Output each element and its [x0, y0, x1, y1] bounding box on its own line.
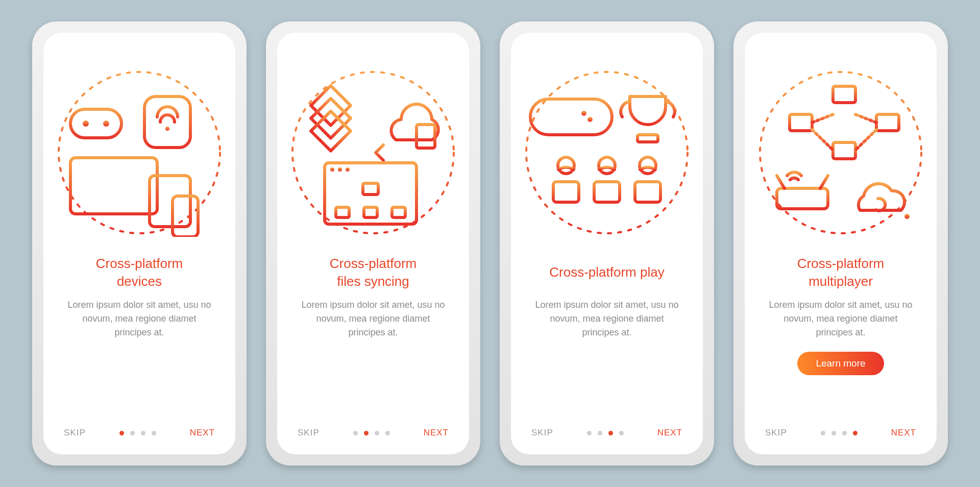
- dot: [831, 431, 836, 435]
- screen-title: Cross-platformfiles syncing: [330, 254, 416, 291]
- screen-title: Cross-platform play: [549, 254, 664, 291]
- phone-frame: Cross-platformdevices Lorem ipsum dolor …: [32, 21, 247, 466]
- svg-rect-46: [594, 182, 620, 202]
- svg-rect-60: [833, 142, 855, 159]
- phone-frame: Cross-platform play Lorem ipsum dolor si…: [500, 21, 714, 466]
- phone-row: Cross-platformdevices Lorem ipsum dolor …: [32, 21, 948, 466]
- svg-rect-50: [635, 182, 660, 202]
- svg-point-0: [59, 72, 220, 233]
- svg-rect-25: [363, 183, 378, 194]
- dot: [141, 431, 145, 435]
- screen-description: Lorem ipsum dolor sit amet, usu no novum…: [760, 298, 921, 339]
- svg-line-63: [812, 114, 833, 123]
- screen-footer: SKIP NEXT: [511, 428, 703, 438]
- svg-line-66: [855, 130, 876, 150]
- svg-rect-58: [876, 114, 899, 131]
- skip-button[interactable]: SKIP: [64, 428, 86, 438]
- dot: [375, 431, 379, 435]
- svg-line-69: [820, 176, 828, 188]
- skip-button[interactable]: SKIP: [298, 428, 320, 438]
- dot: [353, 431, 358, 435]
- next-button[interactable]: NEXT: [657, 428, 682, 438]
- svg-rect-33: [392, 207, 405, 217]
- svg-point-49: [640, 157, 656, 174]
- svg-rect-56: [790, 114, 812, 131]
- skip-button[interactable]: SKIP: [765, 428, 787, 438]
- dot: [587, 431, 592, 435]
- dot: [364, 431, 369, 435]
- page-indicator: [119, 431, 156, 435]
- screen-description: Lorem ipsum dolor sit amet, usu no novum…: [292, 298, 454, 339]
- screen-2: Cross-platformfiles syncing Lorem ipsum …: [277, 33, 469, 454]
- dot: [842, 431, 847, 435]
- dot: [385, 431, 390, 435]
- screen-1: Cross-platformdevices Lorem ipsum dolor …: [43, 33, 235, 454]
- svg-point-24: [346, 167, 350, 172]
- svg-rect-12: [311, 86, 351, 126]
- screen-footer: SKIP NEXT: [745, 428, 937, 438]
- page-indicator: [821, 431, 857, 435]
- dot: [152, 431, 156, 435]
- svg-line-64: [855, 114, 876, 123]
- next-button[interactable]: NEXT: [891, 428, 916, 438]
- svg-rect-67: [777, 188, 828, 209]
- svg-rect-1: [70, 109, 121, 138]
- files-sync-illustration-icon: [289, 68, 457, 237]
- dot: [130, 431, 135, 435]
- svg-point-37: [581, 111, 586, 116]
- next-button[interactable]: NEXT: [424, 428, 449, 438]
- dot: [608, 431, 613, 435]
- screen-title: Cross-platformdevices: [96, 254, 183, 291]
- svg-rect-6: [70, 158, 157, 214]
- screen-4: Cross-platformmultiplayer Lorem ipsum do…: [745, 33, 937, 454]
- screen-description: Lorem ipsum dolor sit amet, usu no novum…: [526, 298, 688, 339]
- svg-rect-40: [638, 135, 658, 142]
- svg-point-3: [103, 120, 109, 127]
- phone-frame: Cross-platformfiles syncing Lorem ipsum …: [266, 21, 480, 466]
- dot: [821, 431, 825, 435]
- phone-frame: Cross-platformmultiplayer Lorem ipsum do…: [733, 21, 948, 466]
- svg-rect-42: [553, 182, 579, 202]
- skip-button[interactable]: SKIP: [531, 428, 553, 438]
- screen-footer: SKIP NEXT: [43, 428, 235, 438]
- screen-title: Cross-platformmultiplayer: [797, 254, 884, 291]
- svg-rect-10: [173, 196, 198, 237]
- dot: [853, 431, 857, 435]
- svg-point-38: [587, 117, 593, 122]
- svg-rect-4: [144, 96, 190, 148]
- screen-footer: SKIP NEXT: [277, 428, 469, 438]
- multiplayer-illustration-icon: [756, 68, 925, 237]
- svg-point-5: [165, 127, 169, 131]
- dot: [619, 431, 624, 435]
- learn-more-button[interactable]: Learn more: [797, 352, 884, 375]
- dot: [119, 431, 124, 435]
- screen-3: Cross-platform play Lorem ipsum dolor si…: [511, 33, 703, 454]
- devices-illustration-icon: [55, 68, 224, 237]
- svg-rect-14: [311, 111, 351, 151]
- svg-point-22: [330, 167, 334, 172]
- page-indicator: [353, 431, 390, 435]
- svg-rect-31: [336, 207, 349, 217]
- svg-point-41: [558, 157, 574, 174]
- svg-rect-32: [364, 207, 377, 217]
- page-indicator: [587, 431, 624, 435]
- dot: [598, 431, 602, 435]
- svg-line-65: [812, 130, 833, 150]
- screen-description: Lorem ipsum dolor sit amet, usu no novum…: [59, 298, 220, 339]
- svg-point-2: [83, 120, 89, 127]
- svg-point-23: [338, 167, 342, 172]
- next-button[interactable]: NEXT: [190, 428, 215, 438]
- svg-point-45: [599, 157, 615, 174]
- svg-line-68: [777, 176, 785, 188]
- svg-rect-54: [833, 86, 855, 103]
- play-illustration-icon: [523, 68, 691, 237]
- svg-rect-13: [311, 99, 351, 138]
- svg-point-11: [292, 72, 454, 233]
